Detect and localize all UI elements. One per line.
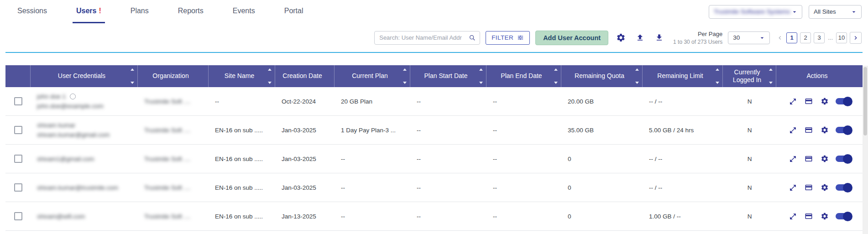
col-site-name[interactable]: Site Name [209, 65, 275, 87]
col-organization[interactable]: Organization [138, 65, 209, 87]
scrollbar-thumb[interactable] [863, 67, 867, 135]
billing-card-icon[interactable] [804, 182, 814, 192]
actions-cell [776, 87, 863, 115]
col-remaining-quota[interactable]: Remaining Quota [561, 65, 643, 87]
add-user-account-button[interactable]: Add User Account [535, 31, 608, 45]
user-name: shivam kumar [37, 122, 75, 129]
creation-date-cell: Jan-03-2025 [275, 173, 335, 202]
users-toolbar: FILTER Add User Account Per Page 1 to 30… [5, 23, 863, 53]
row-checkbox[interactable] [14, 212, 22, 220]
vertical-scrollbar[interactable] [863, 66, 868, 234]
sort-arrows[interactable] [554, 68, 558, 84]
tab-reports[interactable]: Reports [174, 0, 207, 23]
row-checkbox[interactable] [14, 126, 22, 134]
user-enabled-toggle[interactable] [836, 98, 851, 104]
logged-in-cell: N [723, 173, 776, 202]
user-email: shivam1@gmail.com [37, 156, 94, 162]
billing-card-icon[interactable] [804, 96, 814, 106]
page-button-last[interactable]: 10 [836, 32, 847, 43]
user-settings-gear-icon[interactable] [820, 182, 830, 192]
chevron-down-icon [791, 8, 798, 16]
row-checkbox[interactable] [14, 97, 22, 105]
per-page-value: 30 [733, 34, 740, 41]
organization-cell: Trustmile Soft .... [144, 127, 191, 134]
expand-user-icon[interactable] [788, 154, 798, 164]
col-creation-date[interactable]: Creation Date [275, 65, 335, 87]
creation-date-cell: Jan-03-2025 [275, 116, 335, 144]
sort-arrows[interactable] [268, 68, 272, 84]
page-button-1[interactable]: 1 [786, 32, 797, 43]
remaining-limit-cell: -- / -- [643, 173, 723, 202]
plan-end-date-cell: -- [486, 145, 561, 173]
creation-date-cell: Jan-13-2025 [275, 202, 335, 230]
expand-user-icon[interactable] [788, 125, 798, 135]
col-user-credentials[interactable]: User Credentials [31, 65, 138, 87]
page-button-2[interactable]: 2 [800, 32, 811, 43]
users-table: User Credentials Organization Site Name … [5, 65, 863, 231]
sites-select[interactable]: All Sites [809, 5, 862, 19]
col-currently-logged-in[interactable]: Currently Logged In [723, 65, 776, 87]
sort-arrows[interactable] [131, 68, 134, 84]
current-plan-cell: -- [335, 173, 410, 202]
search-input[interactable] [379, 34, 469, 41]
upload-icon[interactable] [633, 31, 647, 45]
page-ellipsis: ... [827, 34, 833, 41]
billing-card-icon[interactable] [804, 211, 814, 221]
expand-user-icon[interactable] [788, 96, 798, 106]
sort-arrows[interactable] [403, 68, 407, 84]
row-checkbox[interactable] [14, 183, 22, 192]
user-credentials-cell: shivam.kumar@trustmile.com [31, 173, 138, 202]
user-settings-gear-icon[interactable] [820, 125, 830, 135]
plan-start-date-cell: -- [410, 87, 486, 115]
col-plan-end-date[interactable]: Plan End Date [486, 65, 561, 87]
user-settings-gear-icon[interactable] [820, 96, 830, 106]
remaining-quota-cell: 0 [561, 145, 643, 173]
user-info-icon[interactable] [70, 94, 76, 99]
remaining-limit-cell: -- / -- [643, 87, 723, 115]
current-plan-cell: -- [335, 202, 410, 230]
tab-events[interactable]: Events [229, 0, 259, 23]
col-remaining-limit[interactable]: Remaining Limit [643, 65, 723, 87]
user-settings-gear-icon[interactable] [820, 211, 830, 221]
col-plan-start-date[interactable]: Plan Start Date [410, 65, 486, 87]
billing-card-icon[interactable] [804, 125, 814, 135]
remaining-quota-cell: 35.00 GB [561, 116, 643, 144]
plan-start-date-cell: -- [410, 173, 486, 202]
user-credentials-cell: shivam@wifi.com [31, 202, 138, 230]
user-enabled-toggle[interactable] [836, 156, 851, 162]
logged-in-cell: N [723, 145, 776, 173]
organization-cell: Trustmile Soft .... [144, 156, 191, 162]
expand-user-icon[interactable] [788, 211, 798, 221]
row-checkbox[interactable] [14, 155, 22, 163]
sort-arrows[interactable] [769, 68, 773, 84]
user-enabled-toggle[interactable] [836, 184, 851, 191]
plan-start-date-cell: -- [410, 202, 486, 230]
sort-arrows[interactable] [479, 68, 483, 84]
user-credentials-cell: john doe 1 john.doe@example.com [31, 87, 138, 115]
tab-users[interactable]: Users ! [73, 0, 105, 23]
page-next-icon[interactable] [850, 32, 862, 44]
table-row: john doe 1 john.doe@example.com Trustmil… [5, 87, 863, 116]
search-icon[interactable] [469, 34, 476, 42]
table-settings-gear-icon[interactable] [614, 31, 627, 45]
user-settings-gear-icon[interactable] [820, 154, 830, 164]
tab-portal[interactable]: Portal [281, 0, 307, 23]
tab-plans[interactable]: Plans [127, 0, 152, 23]
per-page-select[interactable]: 30 [728, 31, 770, 44]
site-name-cell: EN-16 on sub ..... [209, 202, 275, 230]
page-prev-icon[interactable] [776, 34, 784, 42]
filter-button[interactable]: FILTER [486, 31, 530, 45]
remaining-limit-cell: 5.00 GB / 24 hrs [643, 116, 723, 144]
download-icon[interactable] [652, 31, 666, 45]
company-select[interactable]: Trustmile Software Systems [709, 5, 802, 19]
user-enabled-toggle[interactable] [836, 127, 851, 133]
sort-arrows[interactable] [716, 68, 719, 84]
billing-card-icon[interactable] [804, 154, 814, 164]
per-page-block: Per Page 1 to 30 of 273 Users [673, 31, 722, 45]
sort-arrows[interactable] [635, 68, 639, 84]
tab-sessions[interactable]: Sessions [14, 0, 51, 23]
page-button-3[interactable]: 3 [814, 32, 825, 43]
expand-user-icon[interactable] [788, 182, 798, 192]
user-enabled-toggle[interactable] [836, 213, 851, 219]
col-current-plan[interactable]: Current Plan [335, 65, 410, 87]
